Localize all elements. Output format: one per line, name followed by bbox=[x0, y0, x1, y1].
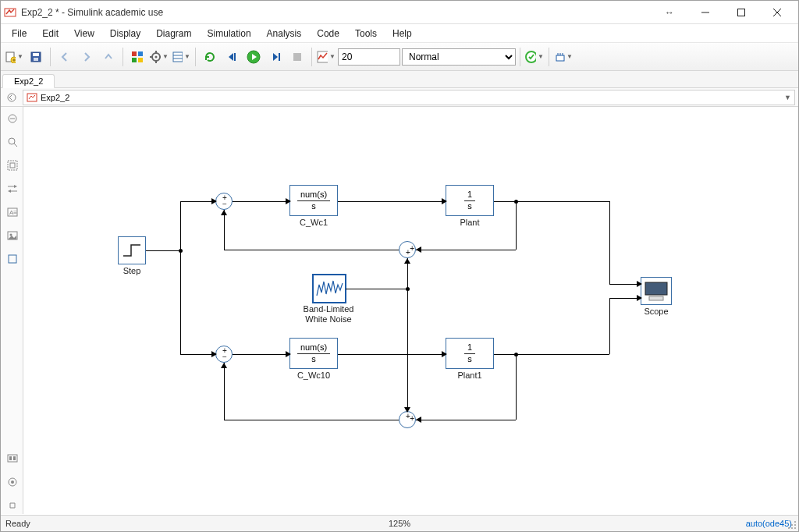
block-plant[interactable]: 1 s bbox=[446, 185, 494, 216]
minimize-button[interactable] bbox=[687, 1, 723, 24]
block-plant1[interactable]: 1 s bbox=[446, 338, 494, 369]
svg-point-54 bbox=[11, 481, 14, 484]
block-label-noise: Band-Limited White Noise bbox=[294, 304, 363, 325]
svg-rect-42 bbox=[10, 163, 15, 168]
block-label-c-wc1: C_Wc1 bbox=[289, 218, 338, 227]
block-sum-top[interactable]: + − bbox=[215, 193, 233, 210]
svg-rect-11 bbox=[34, 58, 38, 61]
fit-to-view-icon[interactable] bbox=[4, 157, 21, 174]
toolbar-separator bbox=[549, 48, 549, 66]
svg-point-48 bbox=[9, 234, 12, 236]
menu-diagram[interactable]: Diagram bbox=[148, 26, 199, 41]
svg-text:A≡: A≡ bbox=[9, 209, 17, 216]
menu-bar: File Edit View Display Diagram Simulatio… bbox=[1, 24, 798, 43]
block-band-limited-white-noise[interactable] bbox=[313, 275, 346, 303]
menu-file[interactable]: File bbox=[4, 26, 34, 41]
zoom-icon[interactable] bbox=[4, 133, 21, 151]
breadcrumb-model-name: Exp2_2 bbox=[41, 93, 69, 102]
history-back-icon[interactable] bbox=[4, 90, 20, 105]
library-browser-button[interactable] bbox=[127, 47, 147, 67]
window-title: Exp2_2 * - Simulink academic use bbox=[21, 7, 652, 18]
model-tab[interactable]: Exp2_2 bbox=[2, 74, 55, 88]
block-c-wc1[interactable]: num(s) s bbox=[289, 185, 338, 216]
document-tabstrip: Exp2_2 bbox=[1, 71, 798, 88]
back-button[interactable] bbox=[55, 47, 75, 67]
step-forward-button[interactable] bbox=[265, 47, 286, 67]
menu-display[interactable]: Display bbox=[102, 26, 148, 41]
svg-rect-2 bbox=[738, 9, 745, 16]
simulation-stop-time-input[interactable] bbox=[338, 48, 400, 66]
menu-tools[interactable]: Tools bbox=[347, 26, 385, 41]
tf-den: s bbox=[464, 354, 475, 364]
status-bar: Ready 125% auto(ode45) bbox=[1, 515, 798, 531]
menu-edit[interactable]: Edit bbox=[34, 26, 66, 41]
menu-simulation[interactable]: Simulation bbox=[200, 26, 259, 41]
svg-point-59 bbox=[794, 524, 796, 526]
svg-rect-52 bbox=[13, 456, 16, 460]
data-record-icon[interactable] bbox=[4, 473, 21, 491]
menu-view[interactable]: View bbox=[66, 26, 102, 41]
svg-rect-13 bbox=[138, 51, 143, 56]
menu-analysis[interactable]: Analysis bbox=[259, 26, 310, 41]
block-label-c-wc10: C_Wc10 bbox=[289, 371, 338, 380]
toolbar-separator bbox=[195, 48, 196, 66]
svg-rect-31 bbox=[556, 55, 564, 61]
toolbar-separator bbox=[520, 48, 520, 66]
block-scope[interactable] bbox=[641, 277, 672, 305]
save-button[interactable] bbox=[26, 47, 46, 67]
viewmark-icon[interactable] bbox=[4, 450, 21, 467]
toolbar-separator bbox=[123, 48, 123, 66]
title-bar: Exp2_2 * - Simulink academic use ↔ bbox=[1, 1, 798, 24]
tf-num: num(s) bbox=[297, 190, 330, 200]
toggle-perspectives-icon[interactable] bbox=[4, 180, 21, 197]
fast-restart-button[interactable] bbox=[200, 47, 220, 67]
up-button[interactable] bbox=[98, 47, 119, 67]
model-canvas[interactable]: Step + − + − num(s) s C_Wc1 1 s Plant nu… bbox=[24, 107, 797, 514]
maximize-button[interactable] bbox=[723, 1, 759, 24]
svg-point-62 bbox=[794, 527, 796, 529]
svg-rect-22 bbox=[173, 52, 183, 62]
step-back-button[interactable] bbox=[222, 47, 242, 67]
zoom-level[interactable]: 125% bbox=[389, 519, 410, 528]
block-step[interactable] bbox=[118, 236, 146, 264]
data-inspector-button[interactable]: ▼ bbox=[316, 47, 336, 67]
breadcrumb-path[interactable]: Exp2_2 ▼ bbox=[23, 90, 795, 105]
chevron-down-icon[interactable]: ▼ bbox=[784, 94, 791, 101]
toolbar-separator bbox=[311, 48, 312, 66]
run-button[interactable] bbox=[243, 47, 264, 67]
simulation-mode-select[interactable]: Normal bbox=[402, 48, 516, 66]
menu-help[interactable]: Help bbox=[385, 26, 420, 41]
build-button[interactable]: ▼ bbox=[553, 47, 574, 67]
model-explorer-button[interactable]: ▼ bbox=[171, 47, 191, 67]
new-model-button[interactable]: ▼ bbox=[4, 47, 24, 67]
block-sum-bottom[interactable]: + − bbox=[215, 346, 233, 363]
block-c-wc10[interactable]: num(s) s bbox=[289, 338, 338, 369]
toolbar: ▼ ▼ ▼ ▼ Normal ▼ ▼ bbox=[1, 43, 798, 71]
model-config-button[interactable]: ▼ bbox=[149, 47, 169, 67]
tf-num: 1 bbox=[464, 190, 475, 200]
resize-grip-icon[interactable] bbox=[787, 520, 797, 530]
toolbar-separator bbox=[50, 48, 51, 66]
svg-rect-41 bbox=[8, 161, 17, 170]
forward-button[interactable] bbox=[76, 47, 97, 67]
expand-panel-icon[interactable] bbox=[4, 497, 21, 514]
block-sum-noise-top[interactable]: + + bbox=[399, 241, 416, 258]
model-advisor-button[interactable]: ▼ bbox=[524, 47, 545, 67]
hide-browser-icon[interactable] bbox=[4, 110, 21, 127]
block-label-scope: Scope bbox=[641, 307, 672, 316]
menu-code[interactable]: Code bbox=[309, 26, 347, 41]
image-icon[interactable] bbox=[4, 227, 21, 244]
stop-button[interactable] bbox=[287, 47, 307, 67]
svg-rect-49 bbox=[9, 255, 16, 263]
svg-rect-55 bbox=[645, 282, 667, 295]
area-icon[interactable] bbox=[4, 250, 21, 268]
annotation-icon[interactable]: A≡ bbox=[4, 204, 21, 221]
svg-point-61 bbox=[791, 527, 793, 529]
svg-rect-12 bbox=[132, 51, 137, 56]
tf-num: num(s) bbox=[297, 342, 330, 353]
close-button[interactable] bbox=[759, 1, 795, 24]
svg-rect-14 bbox=[132, 58, 137, 62]
svg-rect-27 bbox=[279, 53, 280, 61]
svg-rect-56 bbox=[649, 296, 663, 300]
block-sum-noise-bottom[interactable]: + + bbox=[399, 411, 416, 428]
